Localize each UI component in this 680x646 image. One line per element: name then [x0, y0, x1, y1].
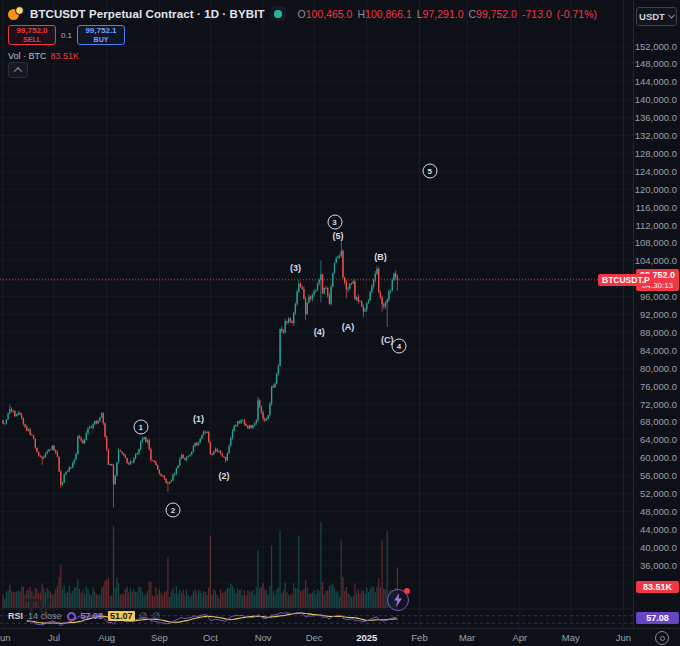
time-axis-label-2025: 2025 [356, 632, 377, 643]
rsi-color-dot-icon[interactable] [67, 612, 76, 621]
price-axis-label: 52,000.0 [640, 488, 677, 499]
market-open-dot-icon [274, 10, 282, 18]
wave-label-2: (2) [219, 471, 230, 481]
wave-label-4: 4 [392, 338, 407, 353]
close-value: 99,752.0 [476, 8, 517, 20]
time-axis-label-sep: Sep [151, 632, 168, 643]
order-panel: 99,752.0 SELL 0.1 99,752.1 BUY [8, 25, 125, 45]
time-axis-label-jul: Jul [48, 632, 60, 643]
time-axis-label-may: May [562, 632, 580, 643]
price-axis-label: 116,000.0 [635, 202, 677, 213]
symbol-title[interactable]: BTCUSDT Perpetual Contract · 1D · BYBIT [30, 8, 265, 20]
volume-legend: Vol · BTC83.51K [8, 51, 79, 61]
time-axis-label-jun: Jun [616, 632, 631, 643]
candlestick-series [2, 241, 398, 507]
price-axis-label: 84,000.0 [640, 345, 677, 356]
volume-axis-badge: 83.51K [636, 581, 679, 593]
price-axis-label: 48,000.0 [640, 506, 677, 517]
price-axis-label: 124,000.0 [635, 166, 677, 177]
currency-unit-button[interactable]: USDT [636, 7, 677, 26]
price-axis-label: 40,000.0 [640, 542, 677, 553]
sell-price: 99,752.0 [16, 27, 47, 36]
wave-label-3: (3) [290, 263, 301, 273]
price-axis-label: 140,000.0 [635, 94, 677, 105]
collapse-legend-button[interactable] [8, 62, 28, 78]
open-value: 100,465.0 [306, 8, 353, 20]
price-axis-label: 148,000.0 [635, 58, 677, 69]
time-axis-label-feb: Feb [411, 632, 427, 643]
notification-dot-icon [404, 588, 410, 594]
quick-trade-button[interactable] [387, 589, 409, 611]
symbol-legend: BTCUSDT Perpetual Contract · 1D · BYBIT … [8, 6, 597, 21]
exchange-logo-icon [8, 6, 24, 21]
price-axis-label: 60,000.0 [640, 452, 677, 463]
rsi-axis-badge: 57.08 [636, 612, 679, 624]
rsi-name[interactable]: RSI [8, 611, 23, 621]
price-axis-label: 36,000.0 [640, 560, 677, 571]
chevron-up-icon [14, 67, 22, 75]
rsi-legend: RSI 14 close 57.08 51.07 ∅ ∅ [8, 611, 160, 621]
rsi-ma-value: 51.07 [108, 611, 135, 621]
price-axis-label: 64,000.0 [640, 434, 677, 445]
price-axis-label: 104,000.0 [635, 255, 677, 266]
buy-price: 99,752.1 [85, 27, 116, 36]
gear-icon[interactable] [655, 631, 669, 645]
time-axis-label-jun: Jun [0, 632, 11, 643]
buy-button[interactable]: 99,752.1 BUY [77, 25, 125, 45]
price-axis-label: 96,000.0 [640, 291, 677, 302]
lightning-icon [391, 592, 405, 608]
grid [0, 0, 633, 628]
wave-label-1: 1 [133, 420, 148, 435]
time-axis-label-mar: Mar [459, 632, 475, 643]
time-axis-label-dec: Dec [306, 632, 323, 643]
price-axis-label: 80,000.0 [640, 363, 677, 374]
ohlc-values: O100,465.0 H100,866.1 L97,291.0 C99,752.… [298, 8, 597, 20]
price-axis-label: 132,000.0 [635, 130, 677, 141]
price-axis-label: 152,000.0 [635, 41, 677, 52]
price-axis-label: 128,000.0 [635, 148, 677, 159]
rsi-value: 57.08 [81, 611, 104, 621]
price-axis-label: 136,000.0 [635, 112, 677, 123]
rsi-params: 14 close [28, 611, 62, 621]
symbol-price-tag: BTCUSDT.P [598, 274, 654, 286]
price-axis-label: 112,000.0 [635, 220, 677, 231]
time-axis[interactable]: JunJulAugSepOctNovDec2025FebMarAprMayJun [0, 628, 680, 646]
price-axis-label: 108,000.0 [635, 237, 677, 248]
high-value: 100,866.1 [365, 8, 412, 20]
time-axis-label-apr: Apr [512, 632, 527, 643]
price-chart-canvas [0, 0, 680, 646]
wave-label-B: (B) [374, 252, 387, 262]
price-axis-label: 144,000.0 [635, 76, 677, 87]
time-axis-label-oct: Oct [203, 632, 218, 643]
spread-value: 0.1 [56, 31, 77, 40]
wave-label-3: 3 [327, 215, 342, 230]
time-axis-label-aug: Aug [98, 632, 115, 643]
price-axis-label: 88,000.0 [640, 327, 677, 338]
trading-chart-app: BTCUSDT Perpetual Contract · 1D · BYBIT … [0, 0, 680, 646]
rsi-empty-icon: ∅ [152, 611, 160, 621]
wave-label-A: (A) [342, 322, 355, 332]
price-axis-label: 68,000.0 [640, 416, 677, 427]
low-value: 97,291.0 [423, 8, 464, 20]
price-axis-label: 56,000.0 [640, 470, 677, 481]
rsi-empty-icon: ∅ [140, 611, 148, 621]
chevron-down-icon [668, 12, 675, 19]
price-axis-label: 92,000.0 [640, 309, 677, 320]
wave-label-5: (5) [332, 231, 343, 241]
wave-label-2: 2 [166, 503, 181, 518]
price-axis-label: 72,000.0 [640, 399, 677, 410]
wave-label-5: 5 [422, 164, 437, 179]
sell-button[interactable]: 99,752.0 SELL [8, 25, 56, 45]
wave-label-1: (1) [193, 414, 204, 424]
volume-value: 83.51K [51, 51, 80, 61]
price-axis[interactable]: USDT 99,752.0 04:30:13 83.51K 57.08 152,… [633, 0, 680, 628]
wave-label-4: (4) [314, 327, 325, 337]
change-value: -713.0 [522, 8, 552, 20]
price-axis-label: 76,000.0 [640, 381, 677, 392]
time-axis-label-nov: Nov [255, 632, 272, 643]
market-status-button[interactable] [271, 6, 286, 21]
price-axis-label: 44,000.0 [640, 524, 677, 535]
change-percent: (-0.71%) [557, 8, 597, 20]
price-axis-label: 120,000.0 [635, 184, 677, 195]
